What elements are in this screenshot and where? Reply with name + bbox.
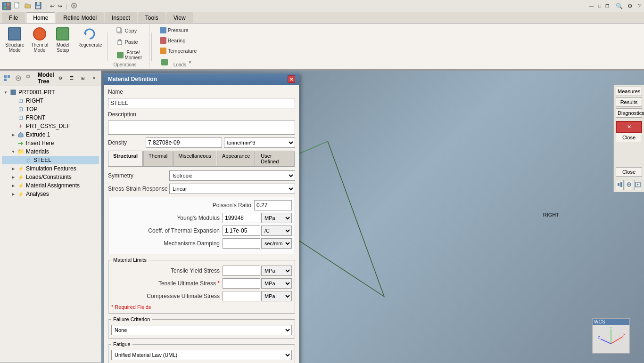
force-moment-button[interactable]: Force/Moment (114, 48, 145, 62)
youngs-input[interactable] (223, 213, 260, 223)
tab-home[interactable]: Home (26, 12, 55, 23)
tree-item-materials[interactable]: ▼ 📁 Materials (2, 147, 99, 156)
tree-filter-btn[interactable] (13, 73, 24, 83)
max-button[interactable]: □ (597, 3, 602, 9)
tensile-yield-label: Tensile Yield Stress (147, 267, 223, 274)
model-tree: ▼ PRT0001.PRT ⊡ RIGHT ⊡ TOP ⊡ FRONT (0, 86, 101, 362)
search-btn[interactable]: 🔍 (614, 2, 624, 10)
tree-item-analyses[interactable]: ▶ ⚡ Analyses (2, 190, 99, 198)
name-input[interactable] (108, 98, 295, 108)
viewport-icon1[interactable] (616, 180, 624, 190)
save-button[interactable] (33, 1, 43, 11)
fatigue-select[interactable]: Unified Material Law (UML) (111, 350, 292, 360)
tree-item-front[interactable]: ⊡ FRONT (2, 113, 99, 122)
coeff-input[interactable] (223, 226, 260, 236)
restore-button[interactable]: ❐ (604, 3, 611, 9)
close2-button[interactable]: Close (616, 167, 642, 177)
tree-item-right[interactable]: ⊡ RIGHT (2, 97, 99, 105)
compressive-input[interactable] (223, 291, 260, 301)
tools-button[interactable] (69, 1, 79, 11)
close-x-button[interactable]: ✕ (616, 121, 642, 133)
tab-refine-model[interactable]: Refine Model (56, 12, 104, 23)
structure-mode-button[interactable]: Structure Mode (2, 24, 28, 68)
tree-item-extrude[interactable]: ▶ Extrude 1 (2, 130, 99, 139)
poissons-label: Poisson's Ratio (174, 202, 254, 209)
tree-item-insert-here[interactable]: ➜ Insert Here (2, 139, 99, 147)
tab-miscellaneous[interactable]: Miscellaneous (173, 151, 216, 166)
diagnostics-button[interactable]: Diagnostics (616, 108, 642, 118)
results-button[interactable]: Results (616, 97, 642, 107)
dialog-close-button[interactable]: ✕ (288, 75, 295, 83)
name-input-row (108, 98, 295, 108)
tree-item-loads[interactable]: ▶ ⚡ Loads/Constraints (2, 173, 99, 181)
tree-item-mat-assign[interactable]: ▶ ⚡ Material Assignments (2, 181, 99, 190)
new-button[interactable] (12, 1, 23, 11)
copy-button[interactable]: Copy (114, 25, 145, 36)
tab-appearance[interactable]: Appearance (217, 151, 255, 166)
viewport-icon2[interactable] (625, 180, 633, 190)
paste-button[interactable]: Paste (114, 37, 145, 47)
name-label: Name (108, 89, 146, 95)
damping-unit-select[interactable]: sec/mm (261, 238, 292, 249)
dialog-title: Material Definition ✕ (104, 73, 299, 85)
youngs-unit-select[interactable]: MPa (261, 213, 292, 223)
open-button[interactable] (23, 1, 33, 11)
help-btn[interactable]: ? (636, 2, 642, 10)
desc-textarea[interactable] (108, 121, 295, 135)
coeff-unit-select[interactable]: /C (261, 226, 292, 236)
close-button[interactable]: Close (616, 133, 642, 142)
regenerate-button[interactable]: Regenerate (74, 24, 105, 68)
measures-button[interactable]: Measures (616, 87, 642, 96)
bearing-button[interactable]: Bearing (157, 36, 199, 45)
tab-tools[interactable]: Tools (138, 12, 165, 23)
part-icon (9, 89, 17, 96)
tree-item-sim-features[interactable]: ▶ ⚡ Simulation Features (2, 164, 99, 173)
name-row: Name (108, 89, 295, 95)
redo-button[interactable]: ↪ (56, 2, 64, 10)
tensile-ult-input[interactable] (223, 278, 260, 289)
tree-more-btn[interactable]: ⊞ (78, 73, 88, 83)
thermal-mode-button[interactable]: Thermal Mode (28, 24, 52, 68)
stress-strain-select[interactable]: Linear (169, 184, 295, 194)
failure-select[interactable]: None (111, 325, 292, 335)
tab-view[interactable]: View (166, 12, 193, 23)
tree-item-top[interactable]: ⊡ TOP (2, 105, 99, 113)
tree-item-csys[interactable]: ✛ PRT_CSYS_DEF (2, 122, 99, 130)
tab-file[interactable]: File (2, 12, 25, 23)
settings-btn[interactable]: ⚙ (626, 2, 634, 10)
svg-rect-0 (4, 3, 6, 6)
model-setup-button[interactable]: Model Setup (51, 24, 74, 68)
app-icon (2, 2, 11, 10)
symmetry-select[interactable]: Isotropic (169, 170, 295, 181)
pressure-button[interactable]: Pressure (157, 25, 199, 35)
min-button[interactable]: — (588, 3, 595, 9)
loads-more-button[interactable] (157, 57, 172, 67)
material-definition-dialog: Material Definition ✕ Name Description (104, 73, 299, 363)
wcs-axes: X Y Z (597, 327, 625, 351)
tree-settings-btn[interactable]: ⚙ (55, 73, 66, 83)
tensile-yield-input[interactable] (223, 266, 260, 276)
tree-item-prt0001[interactable]: ▼ PRT0001.PRT (2, 88, 99, 97)
tree-item-steel[interactable]: ⬡ STEEL (2, 156, 99, 164)
folder-icon-materials: 📁 (17, 148, 25, 155)
viewport-icon3[interactable] (634, 180, 642, 190)
undo-button[interactable]: ↩ (49, 2, 56, 10)
poissons-input[interactable] (254, 200, 292, 210)
tensile-ult-unit[interactable]: MPa (261, 278, 292, 289)
tensile-yield-unit[interactable]: MPa (261, 266, 292, 276)
tab-user-defined[interactable]: User Defined (256, 151, 295, 166)
tree-icon-btn[interactable] (2, 73, 12, 83)
density-input[interactable] (146, 137, 222, 148)
damping-input[interactable] (223, 238, 260, 249)
csys-icon: ✛ (17, 122, 25, 130)
tree-expand-btn[interactable] (25, 73, 35, 83)
tab-structural[interactable]: Structural (108, 151, 143, 166)
compressive-unit[interactable]: MPa (261, 291, 292, 301)
temperature-button[interactable]: Temperature (157, 46, 199, 56)
tab-thermal[interactable]: Thermal (143, 151, 173, 166)
tree-close-btn[interactable]: × (89, 73, 99, 83)
mat-assign-icon: ⚡ (17, 182, 25, 189)
density-unit-select[interactable]: tonne/mm^3 (224, 137, 296, 148)
tree-menu-btn[interactable]: ☰ (66, 73, 77, 83)
tab-inspect[interactable]: Inspect (105, 12, 137, 23)
